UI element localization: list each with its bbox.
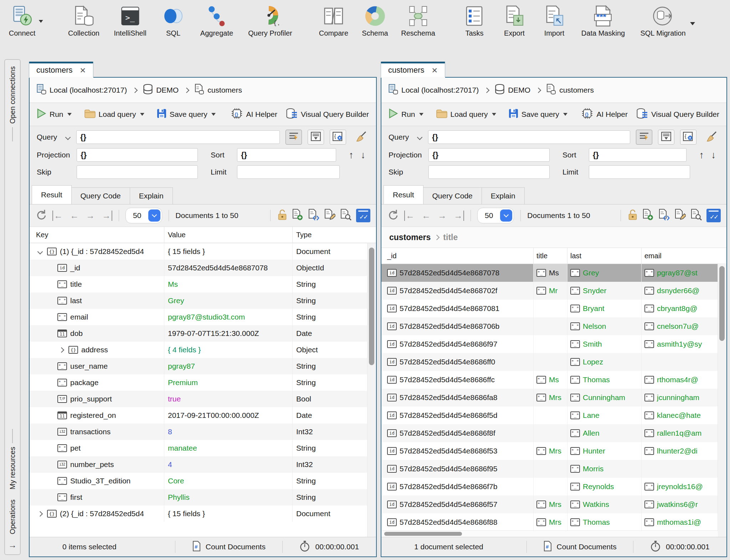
key-cell[interactable]: {}(1) {_id : 57d28452ed5d4 [30,247,164,256]
query-input[interactable]: {} [76,130,280,144]
id-cell[interactable]: id57d28452ed5d4d54e8687081 [381,300,533,317]
type-cell[interactable]: String [292,473,376,489]
sort-ascending-icon[interactable]: ↑ [699,150,704,161]
save-query-button[interactable]: Save query [157,109,216,120]
last-cell[interactable]: "_"Allen [567,424,641,442]
table-row[interactable]: id57d28452ed5d4d54e8686ff0"_"Lopez [381,353,726,371]
value-cell[interactable]: 57d28452ed5d4d54e8687078 [164,260,292,276]
close-icon[interactable]: ✕ [431,67,438,74]
expand-editor-button[interactable] [658,130,674,145]
id-cell[interactable]: id57d28452ed5d4d54e8686f8f [381,424,533,442]
expand-editor-button[interactable] [308,130,324,145]
chevron-down-icon[interactable] [417,134,423,140]
ai-helper-button[interactable]: {} AI Helper [581,108,628,121]
type-cell[interactable]: String [292,440,376,456]
tab-customers[interactable]: customers ✕ [29,62,93,78]
refresh-icon[interactable] [35,209,47,222]
tab-explain[interactable]: Explain [130,187,173,204]
save-query-button[interactable]: Save query [509,109,567,120]
visual-query-builder-button[interactable]: Visual Query Builder [286,108,369,121]
sidebar-item-my-resources[interactable]: My resources [9,447,17,489]
value-cell[interactable]: { 4 fields } [164,342,292,358]
table-row[interactable]: id57d28452ed5d4d54e8686f57"_"Mrs"_"Watki… [381,496,726,513]
type-cell[interactable]: String [292,309,376,325]
email-cell[interactable]: "_"lhunter2@di [641,442,726,460]
type-cell[interactable]: Bool [292,391,376,407]
tree-row[interactable]: 11dob1979-07-07T15:21:30.000ZDate [30,325,376,342]
limit-input[interactable] [237,165,340,179]
type-cell[interactable]: String [292,374,376,391]
toolbar-item-compare[interactable]: Compare [319,4,348,37]
title-cell[interactable] [533,353,567,371]
load-query-button[interactable]: Load query [436,109,496,120]
value-cell[interactable]: 4 [164,456,292,473]
column-header-type[interactable]: Type [292,227,376,243]
skip-input[interactable] [77,165,198,179]
key-cell[interactable]: "_"email [30,313,164,321]
query-settings-button[interactable]: { [330,130,346,145]
id-cell[interactable]: id57d28452ed5d4d54e8686f88 [381,513,533,531]
email-cell[interactable]: "_"rallen1q@am [641,424,726,442]
edit-document-icon[interactable] [674,209,686,223]
table-row[interactable]: id57d28452ed5d4d54e8686f7b"_"Reynolds"_"… [381,478,726,496]
query-bar-mode-button[interactable] [286,130,302,145]
last-page-button[interactable]: → [454,211,464,221]
title-cell[interactable] [533,478,567,496]
column-header-last[interactable]: last [567,248,641,264]
type-cell[interactable]: Object [292,342,376,358]
ai-helper-button[interactable]: {} AI Helper [231,108,277,121]
sidebar-item-open-connections[interactable]: Open connections [9,66,17,124]
key-cell[interactable]: 11registered_on [30,411,164,420]
type-cell[interactable]: Document [292,505,376,522]
toolbar-item-sql-migration[interactable]: SQL Migration [640,4,685,37]
key-cell[interactable]: "_"last [30,296,164,305]
email-cell[interactable]: "_"jreynolds16@ [641,478,726,496]
id-cell[interactable]: id57d28452ed5d4d54e8686f53 [381,442,533,460]
toolbar-item-sql[interactable]: SQL [161,4,185,37]
title-cell[interactable]: "_"Mrs [533,442,567,460]
last-page-button[interactable]: → [102,211,112,221]
table-row[interactable]: id57d28452ed5d4d54e8686f88"_"Mrs"_"Thoma… [381,513,726,531]
title-cell[interactable]: "_"Mrs [533,496,567,513]
first-page-button[interactable]: ← [52,211,63,221]
value-cell[interactable]: 2017-09-21T00:00:00.000Z [164,407,292,424]
key-cell[interactable]: "_"title [30,280,164,289]
tree-row[interactable]: {}(2) {_id : 57d28452ed5d4{ 15 fields }D… [30,505,376,522]
toolbar-item-reschema[interactable]: Reschema [401,4,435,37]
id-cell[interactable]: id57d28452ed5d4d54e8686f97 [381,335,533,353]
tab-query-code[interactable]: Query Code [423,187,482,204]
tree-row[interactable]: "_"titleMsString [30,276,376,292]
id-cell[interactable]: id57d28452ed5d4d54e8686f5d [381,406,533,424]
id-cell[interactable]: id57d28452ed5d4d54e868706b [381,317,533,335]
lock-icon[interactable] [277,209,287,222]
value-cell[interactable]: { 15 fields } [164,243,292,260]
tree-row[interactable]: 11registered_on2017-09-21T00:00:00.000ZD… [30,407,376,424]
breadcrumb-connection[interactable]: Local (localhost:27017) [37,84,127,97]
sort-descending-icon[interactable]: ↓ [711,150,716,161]
query-bar-mode-button[interactable] [636,130,652,145]
key-cell[interactable]: T/Fprio_support [30,395,164,403]
toolbar-item-intellishell[interactable]: >_IntelliShell [114,4,146,37]
last-cell[interactable]: "_"Thomas [567,371,641,389]
tree-row[interactable]: "_"lastGreyString [30,292,376,309]
id-cell[interactable]: id57d28452ed5d4d54e868702f [381,282,533,300]
email-cell[interactable]: "_"asmith1y@sy [641,335,726,353]
tree-row[interactable]: "_"emailpgray87@studio3t.comString [30,309,376,325]
load-query-button[interactable]: Load query [84,109,144,120]
title-cell[interactable] [533,424,567,442]
key-cell[interactable]: "_"pet [30,444,164,452]
last-cell[interactable]: "_"Nelson [567,317,641,335]
last-cell[interactable]: "_"Smith [567,335,641,353]
multi-select-mode-button[interactable]: ✓✓ [706,209,721,222]
value-cell[interactable]: 1979-07-07T15:21:30.000Z [164,325,292,342]
title-cell[interactable] [533,335,567,353]
type-cell[interactable]: Date [292,407,376,424]
close-icon[interactable]: ✕ [79,67,86,74]
last-cell[interactable]: "_"Thomas [567,513,641,531]
title-cell[interactable] [533,460,567,478]
next-page-button[interactable]: → [438,211,447,221]
toolbar-item-connect[interactable]: Connect [9,4,36,37]
clear-query-button[interactable] [704,130,719,144]
run-button[interactable]: Run [389,108,423,120]
toolbar-item-aggregate[interactable]: Aggregate [200,4,233,37]
